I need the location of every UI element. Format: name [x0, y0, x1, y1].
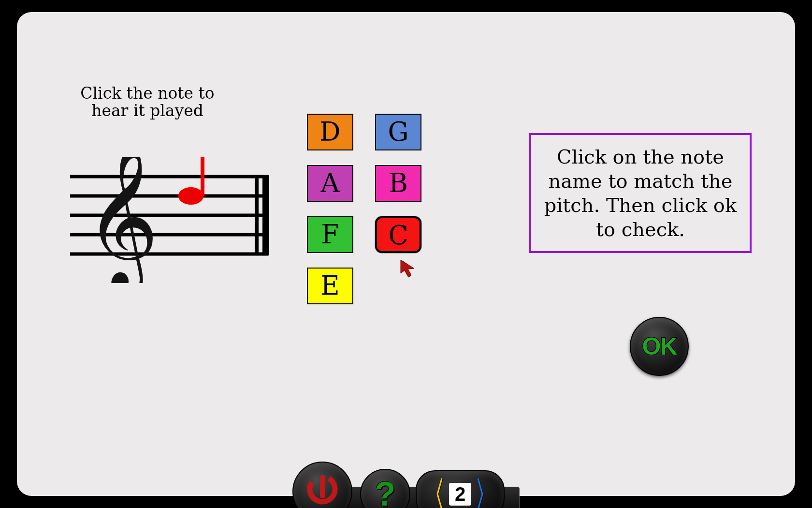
note-button-c[interactable]: C	[375, 216, 421, 253]
svg-rect-11	[320, 475, 325, 498]
help-button[interactable]: ?	[360, 469, 410, 508]
quit-button[interactable]	[292, 462, 352, 508]
chevron-left-icon[interactable]: 〈	[424, 477, 445, 508]
svg-point-7	[178, 187, 203, 205]
note-button-a[interactable]: A	[307, 165, 353, 202]
level-selector: 〈 2 〉	[416, 470, 505, 508]
bottom-toolbar: ? 〈 2 〉	[292, 468, 520, 508]
power-icon	[305, 472, 339, 508]
svg-rect-5	[255, 175, 259, 255]
ok-label: OK	[642, 332, 677, 360]
note-on-staff[interactable]	[178, 157, 204, 205]
ok-button[interactable]: OK	[630, 317, 689, 376]
note-button-e[interactable]: E	[307, 268, 353, 304]
instruction-match-pitch: Click on the note name to match the pitc…	[529, 133, 752, 253]
svg-rect-6	[262, 175, 269, 255]
note-button-d[interactable]: D	[307, 114, 353, 150]
chevron-right-icon[interactable]: 〉	[476, 477, 496, 508]
game-panel: Click the note to hear it played 𝄞	[17, 12, 795, 496]
instruction-play-note: Click the note to hear it played	[60, 85, 234, 120]
note-name-choices: D A F E G B C	[307, 114, 452, 319]
staff-svg: 𝄞	[70, 157, 278, 283]
treble-clef-icon: 𝄞	[85, 157, 159, 283]
svg-rect-8	[201, 157, 204, 196]
level-number: 2	[449, 483, 471, 506]
question-mark-icon: ?	[375, 475, 396, 508]
note-button-f[interactable]: F	[307, 216, 353, 253]
note-button-g[interactable]: G	[375, 114, 421, 150]
note-button-b[interactable]: B	[375, 165, 421, 202]
music-staff[interactable]: 𝄞	[70, 157, 278, 278]
